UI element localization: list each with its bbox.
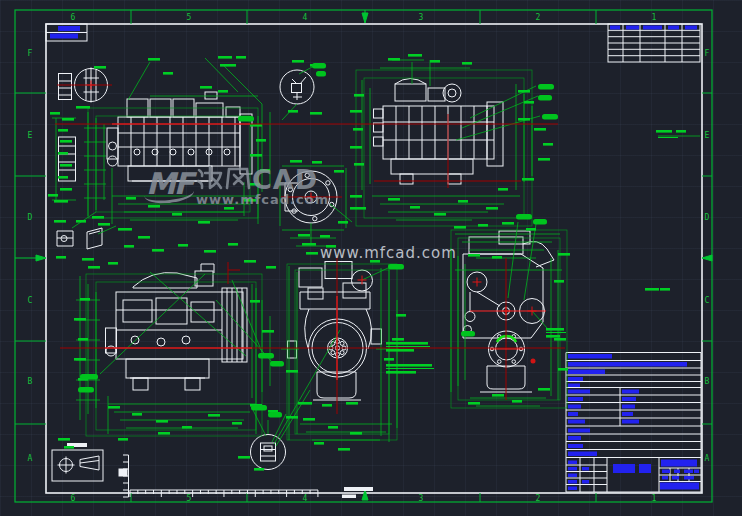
svg-text:D: D: [705, 213, 710, 222]
svg-text:2: 2: [536, 494, 541, 503]
svg-text:A: A: [28, 454, 33, 463]
svg-text:D: D: [28, 213, 33, 222]
engine-views: [52, 68, 554, 499]
view-detail-top-center: [280, 70, 314, 104]
projection-legend-box: [52, 450, 103, 481]
svg-text:6: 6: [71, 494, 76, 503]
svg-text:4: 4: [303, 494, 308, 503]
center-watermark-url: www.mfcad.com: [320, 244, 457, 262]
svg-text:F: F: [28, 49, 33, 58]
svg-text:1: 1: [652, 13, 657, 22]
scale-rulers: [123, 455, 318, 497]
view-side-top-right: [374, 79, 504, 185]
svg-text:2: 2: [536, 13, 541, 22]
svg-text:B: B: [705, 377, 710, 386]
mfcad-watermark: MF CAD www.mfcad.com: [146, 164, 326, 212]
view-bracket-detail-2: [87, 228, 102, 249]
cad-sheet: 654321654321FEDCBAFEDCBA MF CAD www.mfca…: [0, 0, 742, 516]
svg-text:4: 4: [303, 13, 308, 22]
mfcad-brand-latin: CAD: [252, 164, 318, 195]
svg-text:6: 6: [71, 13, 76, 22]
svg-text:A: A: [705, 454, 710, 463]
view-side-bottom-left: [106, 264, 248, 390]
view-mount-flange: [59, 137, 76, 181]
svg-text:5: 5: [187, 13, 192, 22]
svg-text:5: 5: [187, 494, 192, 503]
svg-text:E: E: [705, 131, 710, 140]
svg-text:C: C: [705, 296, 710, 305]
svg-text:F: F: [705, 49, 710, 58]
svg-text:3: 3: [419, 494, 424, 503]
svg-text:E: E: [28, 131, 33, 140]
svg-text:C: C: [28, 296, 33, 305]
svg-text:1: 1: [652, 494, 657, 503]
dimension-text-marks: [48, 54, 686, 471]
mfcad-brand-cjk-glyphs: [196, 164, 252, 192]
view-bracket-detail-1: [57, 231, 73, 246]
view-front-bottom-center: [288, 262, 382, 401]
svg-text:B: B: [28, 377, 33, 386]
mfcad-watermark-url: www.mfcad.com: [196, 192, 329, 207]
svg-text:3: 3: [419, 13, 424, 22]
revision-table: [608, 24, 700, 62]
